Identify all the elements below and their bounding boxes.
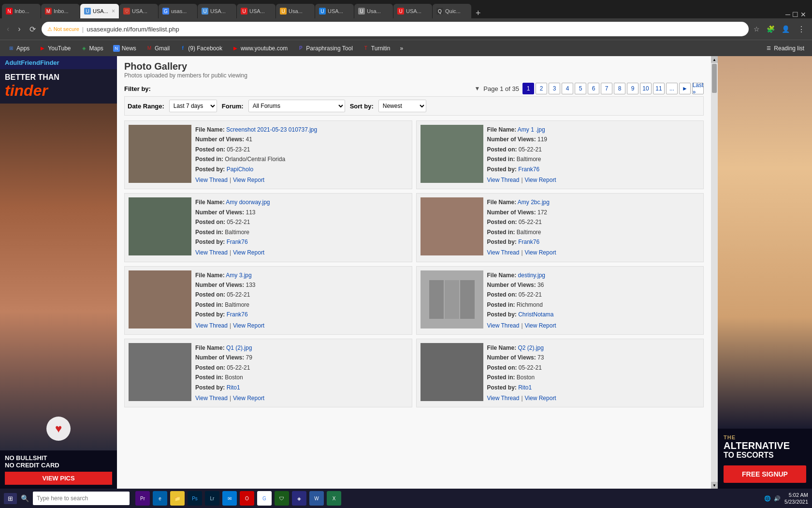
view-thread-link-8[interactable]: View Thread [487, 393, 520, 403]
bookmark-gmail[interactable]: M Gmail [142, 44, 174, 53]
tab-usa2[interactable]: ♡ USA... [119, 4, 158, 18]
page-btn-8[interactable]: 8 [614, 83, 625, 94]
bookmark-youtube2[interactable]: ▶ www.youtube.com [228, 44, 291, 53]
right-scrollbar[interactable]: ▲ ▼ [711, 56, 718, 489]
taskbar-app-explorer[interactable]: 📁 [170, 491, 185, 506]
aff-cta-button[interactable]: VIEW PICS [5, 472, 112, 485]
start-button[interactable]: ⊞ [4, 493, 17, 504]
view-report-link-7[interactable]: View Report [233, 393, 264, 403]
scroll-down-arrow[interactable]: ▼ [711, 482, 718, 489]
maximize-button[interactable]: ☐ [792, 11, 798, 18]
view-thread-link-4[interactable]: View Thread [487, 248, 520, 257]
view-report-link-4[interactable]: View Report [525, 248, 556, 257]
tab-usa6[interactable]: U USA... [315, 4, 354, 18]
view-report-link-5[interactable]: View Report [233, 321, 264, 330]
view-thread-link-2[interactable]: View Thread [487, 175, 520, 185]
more-options-button[interactable]: ⋮ [795, 23, 808, 36]
bookmark-reading-list[interactable]: ☰ Reading list [761, 44, 808, 53]
page-btn-9[interactable]: 9 [627, 83, 638, 94]
page-btn-next[interactable]: ► [679, 83, 691, 94]
view-report-link-2[interactable]: View Report [525, 175, 556, 185]
bookmark-facebook[interactable]: f (9) Facebook [175, 44, 226, 53]
sort-select[interactable]: Newest Oldest Most Viewed [378, 100, 426, 112]
tab-usa4[interactable]: U USA... [237, 4, 276, 18]
bookmark-more[interactable]: » [396, 44, 407, 53]
bookmark-paraphrasing[interactable]: P Paraphrasing Tool [293, 44, 357, 53]
page-btn-4[interactable]: 4 [562, 83, 573, 94]
forward-button[interactable]: › [15, 23, 23, 35]
close-window-button[interactable]: ✕ [800, 11, 806, 18]
page-btn-2[interactable]: 2 [536, 83, 547, 94]
thumbnail-7[interactable] [129, 343, 191, 401]
bookmark-turnitin[interactable]: T Turnitin [359, 44, 394, 53]
thumbnail-3[interactable] [129, 197, 191, 255]
bookmark-youtube[interactable]: ▶ YouTube [35, 44, 74, 53]
taskbar-app-excel[interactable]: X [327, 491, 341, 506]
taskbar-app-opera[interactable]: O [240, 491, 254, 506]
profile-icon[interactable]: 👤 [780, 24, 792, 34]
taskbar-app-something[interactable]: ◈ [292, 491, 306, 506]
bookmark-star-icon[interactable]: ☆ [752, 24, 762, 34]
taskbar-app-lightroom[interactable]: Lr [205, 491, 219, 506]
thumbnail-5[interactable] [129, 270, 191, 329]
taskbar-search-button[interactable]: 🔍 [19, 493, 31, 504]
view-report-link-6[interactable]: View Report [525, 321, 556, 330]
date-range-select[interactable]: Last 7 days Last 30 days Last 90 days Al… [169, 100, 217, 112]
tab-usa5[interactable]: U Usa... [276, 4, 315, 18]
tab-current[interactable]: U USA... × [80, 4, 119, 18]
scroll-thumb[interactable] [712, 64, 717, 93]
taskbar-app-mail[interactable]: ✉ [222, 491, 237, 506]
view-thread-link-3[interactable]: View Thread [195, 248, 228, 257]
bookmark-news[interactable]: N News [109, 44, 140, 53]
view-report-link-8[interactable]: View Report [525, 393, 556, 403]
bookmark-apps[interactable]: ⊞ Apps [4, 44, 33, 53]
page-btn-5[interactable]: 5 [575, 83, 586, 94]
bookmark-maps[interactable]: ◈ Maps [77, 44, 107, 53]
view-report-link-1[interactable]: View Report [233, 175, 264, 185]
tab-usa3[interactable]: U USA... [198, 4, 236, 18]
right-ad-panel[interactable]: THE ALTERNATIVE TO ESCORTS FREE SIGNUP [718, 56, 812, 489]
page-btn-11[interactable]: 11 [653, 83, 665, 94]
minimize-button[interactable]: ─ [785, 11, 790, 18]
view-report-link-3[interactable]: View Report [233, 248, 264, 257]
forum-select[interactable]: All Forums [248, 100, 345, 112]
page-btn-1[interactable]: 1 [522, 83, 534, 94]
taskbar-app-edge[interactable]: e [153, 491, 167, 506]
view-thread-link-5[interactable]: View Thread [195, 321, 228, 330]
taskbar-search-input[interactable] [33, 492, 130, 505]
page-btn-7[interactable]: 7 [601, 83, 612, 94]
taskbar-app-antivirus[interactable]: 🛡 [275, 491, 289, 506]
thumbnail-2[interactable] [420, 125, 483, 183]
page-btn-10[interactable]: 10 [640, 83, 652, 94]
scroll-up-arrow[interactable]: ▲ [711, 56, 718, 63]
tab-close-current[interactable]: × [112, 8, 115, 15]
view-thread-link-1[interactable]: View Thread [195, 175, 228, 185]
view-thread-link-6[interactable]: View Thread [487, 321, 520, 330]
taskbar-app-photoshop[interactable]: Ps [188, 491, 202, 506]
taskbar-app-word[interactable]: W [309, 491, 324, 506]
new-tab-button[interactable]: + [472, 8, 485, 18]
aff-heart-button[interactable]: ♥ [46, 417, 71, 441]
thumbnail-4[interactable] [420, 197, 483, 255]
tab-google[interactable]: G usas... [159, 4, 197, 18]
page-btn-last[interactable]: Last » [692, 83, 704, 94]
view-thread-link-7[interactable]: View Thread [195, 393, 228, 403]
left-ad-panel[interactable]: AdultFriendFinder BETTER THAN tinder ♥ N… [0, 56, 117, 489]
thumbnail-1[interactable] [129, 125, 191, 183]
reload-button[interactable]: ⟳ [27, 23, 39, 36]
page-btn-3[interactable]: 3 [549, 83, 560, 94]
tab-gmail[interactable]: M Inbo... [41, 4, 80, 18]
right-ad-cta-button[interactable]: FREE SIGNUP [724, 465, 806, 483]
thumbnail-8[interactable] [420, 343, 483, 401]
back-button[interactable]: ‹ [4, 23, 12, 35]
page-btn-6[interactable]: 6 [588, 83, 599, 94]
taskbar-app-chrome[interactable]: G [257, 491, 272, 506]
taskbar-app-premiere[interactable]: Pr [135, 491, 150, 506]
thumbnail-6[interactable] [420, 270, 483, 329]
extension-icon[interactable]: 🧩 [765, 24, 777, 34]
tab-usa7[interactable]: U Usa... [354, 4, 393, 18]
address-input[interactable]: ⚠ Not secure | usasexguide.nl/forum/file… [42, 22, 749, 36]
tab-netflix[interactable]: N Inbo... [2, 4, 41, 18]
tab-quick[interactable]: Q Quic... [433, 4, 471, 18]
tab-usa8[interactable]: U USA... [393, 4, 432, 18]
